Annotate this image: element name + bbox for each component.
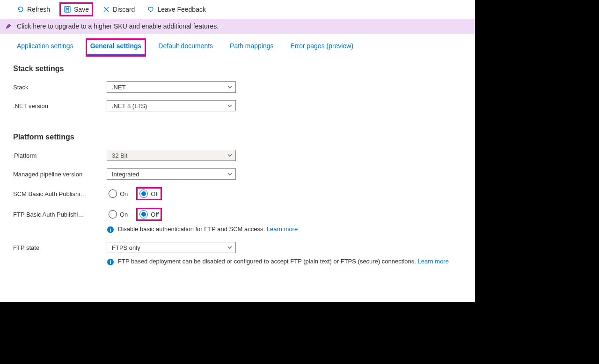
platform-settings-heading: Platform settings — [13, 133, 462, 141]
tab-default-documents[interactable]: Default documents — [154, 39, 217, 56]
tab-general-settings[interactable]: General settings — [87, 39, 146, 56]
learn-more-link[interactable]: Learn more — [267, 226, 298, 233]
refresh-button[interactable]: Refresh — [14, 4, 53, 15]
info-icon: i — [107, 258, 114, 266]
chevron-down-icon — [227, 103, 233, 109]
basic-auth-info: i Disable basic authentication for FTP a… — [107, 226, 462, 233]
net-version-select[interactable]: .NET 8 (LTS) — [107, 100, 236, 111]
ftp-auth-off-radio[interactable]: Off — [136, 208, 162, 221]
chevron-down-icon — [227, 171, 233, 177]
ftp-state-select[interactable]: FTPS only — [107, 242, 236, 253]
heart-icon — [147, 6, 154, 13]
svg-text:i: i — [110, 227, 111, 233]
pipeline-value: Integrated — [112, 171, 139, 178]
chevron-down-icon — [227, 153, 233, 158]
ftp-auth-radio-group: On Off — [107, 208, 162, 221]
save-icon — [64, 6, 71, 13]
platform-value: 32 Bit — [112, 152, 127, 159]
tab-application-settings[interactable]: Application settings — [13, 39, 77, 56]
svg-text:i: i — [110, 259, 111, 265]
ftp-state-label: FTP state — [13, 244, 107, 251]
radio-off-label: Off — [151, 211, 159, 218]
stack-value: .NET — [112, 84, 126, 91]
chevron-down-icon — [227, 84, 233, 90]
platform-settings-section: Platform settings Platform 32 Bit Manage… — [0, 124, 475, 280]
net-version-label: .NET version — [13, 102, 107, 109]
discard-label: Discard — [113, 6, 135, 13]
tab-error-pages[interactable]: Error pages (preview) — [286, 39, 357, 56]
radio-on-label: On — [120, 211, 128, 218]
banner-text: Click here to upgrade to a higher SKU an… — [17, 22, 219, 30]
close-icon — [102, 6, 110, 13]
scm-auth-on-radio[interactable]: On — [107, 189, 130, 199]
svg-rect-0 — [65, 7, 70, 12]
tab-bar: Application settings General settings De… — [0, 34, 475, 56]
radio-circle-icon — [109, 210, 117, 218]
save-label: Save — [74, 6, 89, 13]
pipeline-select[interactable]: Integrated — [107, 168, 236, 180]
scm-auth-label: SCM Basic Auth Publishi… — [13, 190, 107, 197]
chevron-down-icon — [227, 245, 233, 250]
stack-settings-section: Stack settings Stack .NET .NET version .… — [0, 56, 475, 124]
ftp-auth-on-radio[interactable]: On — [107, 209, 130, 219]
stack-settings-heading: Stack settings — [13, 65, 462, 73]
radio-circle-icon — [139, 189, 148, 198]
stack-select[interactable]: .NET — [107, 81, 236, 93]
pipeline-label: Managed pipeline version — [13, 171, 107, 178]
ftp-auth-label: FTP Basic Auth Publishi… — [13, 211, 107, 218]
basic-auth-text: Disable basic authentication for FTP and… — [118, 226, 267, 233]
learn-more-link[interactable]: Learn more — [417, 258, 448, 265]
feedback-label: Leave Feedback — [157, 6, 206, 13]
info-icon: i — [107, 226, 114, 233]
radio-off-label: Off — [151, 190, 159, 197]
stack-label: Stack — [13, 84, 107, 91]
ftp-state-value: FTPS only — [112, 244, 140, 251]
scm-auth-off-radio[interactable]: Off — [136, 187, 162, 200]
refresh-icon — [17, 6, 24, 13]
upgrade-banner[interactable]: Click here to upgrade to a higher SKU an… — [0, 19, 475, 34]
ftp-state-help-text: FTP based deployment can be disabled or … — [118, 258, 417, 265]
platform-select[interactable]: 32 Bit — [107, 150, 236, 161]
radio-circle-icon — [139, 210, 148, 218]
rocket-icon — [5, 22, 12, 30]
ftp-state-info: i FTP based deployment can be disabled o… — [107, 258, 462, 266]
toolbar: Refresh Save Discard Leave Feedback — [0, 0, 475, 19]
radio-on-label: On — [120, 190, 128, 197]
net-version-value: .NET 8 (LTS) — [112, 102, 147, 109]
tab-path-mappings[interactable]: Path mappings — [226, 39, 277, 56]
scm-auth-radio-group: On Off — [107, 187, 162, 200]
save-button[interactable]: Save — [59, 2, 93, 16]
radio-circle-icon — [109, 189, 117, 198]
discard-button[interactable]: Discard — [100, 4, 138, 15]
refresh-label: Refresh — [27, 6, 50, 13]
feedback-button[interactable]: Leave Feedback — [144, 4, 209, 15]
platform-label: Platform — [13, 152, 107, 159]
